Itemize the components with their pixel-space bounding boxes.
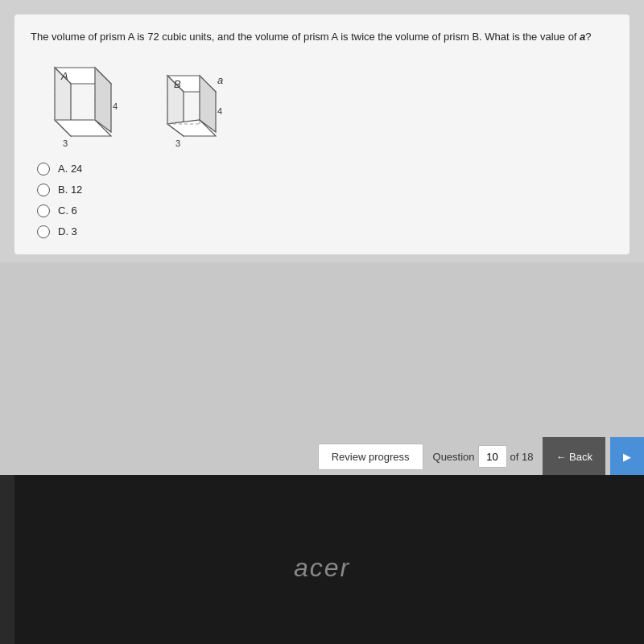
prism-b-svg: B a 4 3 xyxy=(151,60,240,148)
toolbar-row: Review progress Question of 18 ← Back ▶ xyxy=(0,437,644,476)
of-label: of 18 xyxy=(510,451,534,463)
review-progress-button[interactable]: Review progress xyxy=(318,444,423,470)
svg-text:3: 3 xyxy=(63,138,68,148)
choice-c[interactable]: C. 6 xyxy=(37,204,613,217)
choice-c-label: C. 6 xyxy=(58,204,77,217)
back-button[interactable]: ← Back xyxy=(543,437,605,476)
svg-text:4: 4 xyxy=(217,106,222,116)
left-bezel xyxy=(0,475,14,644)
choice-d-label: D. 3 xyxy=(58,225,77,237)
svg-text:a: a xyxy=(217,74,223,86)
prism-b-wrapper: B a 4 3 xyxy=(151,60,240,148)
laptop-bezel: acer xyxy=(0,475,644,644)
prism-a-wrapper: A 4 3 xyxy=(39,60,127,148)
radio-d[interactable] xyxy=(37,225,50,238)
question-nav: Question of 18 xyxy=(433,445,534,468)
screen: The volume of prism A is 72 cubic units,… xyxy=(0,0,644,475)
svg-text:3: 3 xyxy=(175,138,180,148)
acer-logo: acer xyxy=(294,553,350,583)
choice-d[interactable]: D. 3 xyxy=(37,225,613,238)
choice-a[interactable]: A. 24 xyxy=(37,163,613,175)
radio-c[interactable] xyxy=(37,204,50,217)
next-button[interactable]: ▶ xyxy=(610,437,644,476)
question-card: The volume of prism A is 72 cubic units,… xyxy=(14,14,630,254)
choice-b-label: B. 12 xyxy=(58,184,82,196)
choice-b[interactable]: B. 12 xyxy=(37,184,613,196)
prism-a-svg: A 4 3 xyxy=(39,60,127,148)
radio-a[interactable] xyxy=(37,163,50,175)
question-label-text: Question xyxy=(433,451,475,463)
radio-b[interactable] xyxy=(37,184,50,196)
choice-a-label: A. 24 xyxy=(58,163,82,175)
question-text: The volume of prism A is 72 cubic units,… xyxy=(31,29,613,45)
svg-text:B: B xyxy=(174,78,181,90)
svg-text:A: A xyxy=(60,70,68,82)
question-main-text: The volume of prism A is 72 cubic units,… xyxy=(31,31,580,43)
question-number-input[interactable] xyxy=(478,445,507,468)
answer-choices: A. 24 B. 12 C. 6 D. 3 xyxy=(31,163,613,238)
svg-text:4: 4 xyxy=(113,101,118,111)
question-end: ? xyxy=(585,31,591,43)
prisms-area: A 4 3 xyxy=(31,60,613,148)
